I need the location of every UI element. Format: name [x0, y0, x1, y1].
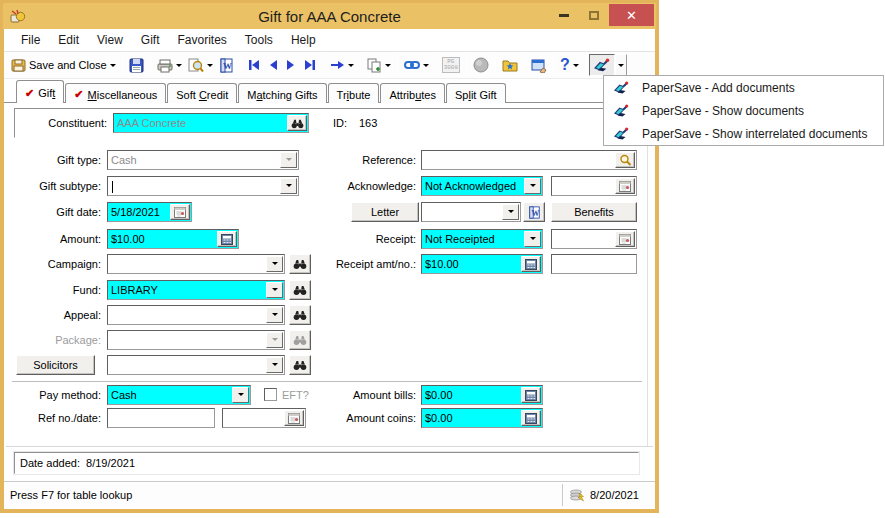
first-record-icon [247, 59, 261, 71]
first-record-button[interactable] [244, 54, 264, 76]
check-icon: ✔ [74, 89, 83, 100]
print-icon [157, 58, 173, 73]
tab-soft-credit[interactable]: Soft Credit [167, 83, 237, 103]
print-button[interactable] [154, 54, 185, 76]
date-added-panel: Date added: 8/19/2021 [14, 452, 639, 474]
preview-button[interactable] [185, 54, 216, 76]
appeal-search-button[interactable] [289, 305, 311, 325]
solicitors-search-button[interactable] [289, 355, 311, 375]
solicitors-button[interactable]: Solicitors [16, 355, 95, 375]
receipt-no-field[interactable] [551, 254, 637, 274]
menu-item-papersave-show-interrelated-documents[interactable]: PaperSave - Show interrelated documents [604, 122, 883, 145]
papersave-dropdown-button[interactable] [615, 54, 627, 76]
toolbar-separator [397, 55, 398, 75]
link-button[interactable] [401, 54, 432, 76]
menu-gift[interactable]: Gift [132, 30, 169, 50]
letter-button[interactable]: Letter [351, 202, 419, 222]
next-record-button[interactable] [282, 54, 300, 76]
tab-attributes[interactable]: Attributes [380, 83, 445, 103]
properties-button[interactable] [528, 54, 550, 76]
toolbar-separator [435, 55, 436, 75]
copy-gift-button[interactable] [364, 54, 394, 76]
export-word-icon: W [219, 58, 234, 73]
minimize-button[interactable] [549, 4, 579, 26]
receipt-select[interactable]: Not Receipted [421, 229, 543, 249]
dropdown-button[interactable] [266, 307, 283, 323]
menu-tools[interactable]: Tools [236, 30, 282, 50]
fund-search-button[interactable] [289, 280, 311, 300]
chevron-down-icon [207, 64, 213, 70]
favorites-button[interactable] [499, 54, 521, 76]
app-icon [9, 8, 26, 25]
chevron-down-icon [272, 338, 278, 344]
constituent-field[interactable]: AAA Concrete [113, 113, 309, 133]
letter-word-button[interactable]: W [523, 202, 545, 222]
chevron-down-icon [176, 64, 182, 70]
globe-icon-disabled [473, 57, 489, 73]
chevron-down-icon [272, 313, 278, 319]
favorites-folder-icon [502, 58, 518, 72]
menu-item-papersave-add-documents[interactable]: PaperSave - Add documents [604, 76, 883, 99]
papersave-button[interactable] [589, 54, 615, 76]
titlebar: Gift for AAA Concrete ✕ [3, 3, 656, 29]
amount-coins-field[interactable]: $0.00 [421, 408, 543, 428]
dropdown-button[interactable] [266, 357, 283, 373]
fund-select[interactable]: LIBRARY [107, 280, 285, 300]
menu-view[interactable]: View [88, 30, 132, 50]
menu-edit[interactable]: Edit [49, 30, 88, 50]
reference-field[interactable] [421, 150, 637, 170]
properties-icon [531, 58, 547, 73]
reference-search-button[interactable] [615, 152, 635, 168]
receipt-date-field[interactable] [551, 229, 637, 249]
tab-tribute[interactable]: Tribute [328, 83, 380, 103]
acknowledge-date-field[interactable] [551, 176, 637, 196]
minimize-icon [559, 14, 569, 17]
menu-help[interactable]: Help [282, 30, 325, 50]
dropdown-button[interactable] [524, 178, 541, 194]
letter-select[interactable] [421, 202, 521, 222]
last-record-button[interactable] [300, 54, 320, 76]
toolbar-separator [240, 55, 241, 75]
appeal-select[interactable] [107, 305, 285, 325]
dropdown-button[interactable] [266, 282, 283, 298]
toolbar-separator [360, 55, 361, 75]
calculator-button[interactable] [521, 256, 541, 272]
export-word-button[interactable]: W [216, 54, 237, 76]
papersave-icon [613, 126, 630, 142]
tab-miscellaneous[interactable]: ✔Miscellaneous [65, 83, 166, 103]
go-to-button[interactable] [327, 54, 357, 76]
calculator-button[interactable] [521, 387, 541, 403]
menu-file[interactable]: File [12, 30, 49, 50]
reference-label: Reference: [330, 150, 416, 170]
chevron-down-icon [618, 64, 624, 70]
save-and-close-button[interactable]: Save and Close [8, 54, 119, 76]
maximize-button[interactable] [579, 4, 609, 26]
chevron-down-icon [508, 210, 514, 216]
tab-matching-gifts[interactable]: Matching Gifts [238, 83, 326, 103]
tab-gift[interactable]: ✔Gift [16, 80, 64, 103]
close-button[interactable]: ✕ [609, 4, 654, 26]
receipt-amt-label: Receipt amt/no.: [330, 254, 416, 274]
dropdown-button[interactable] [502, 204, 519, 220]
chevron-down-icon [530, 184, 536, 190]
calculator-button[interactable] [521, 410, 541, 426]
help-button[interactable]: ? [557, 54, 582, 76]
tab-split-gift[interactable]: Split Gift [446, 83, 506, 103]
constituent-search-button[interactable] [287, 115, 307, 131]
calendar-button[interactable] [615, 178, 635, 194]
package-select-disabled [107, 330, 285, 350]
chevron-down-icon [110, 64, 116, 70]
acknowledge-select[interactable]: Not Acknowledged [421, 176, 543, 196]
receipt-amt-field[interactable]: $10.00 [421, 254, 543, 274]
previous-record-button[interactable] [264, 54, 282, 76]
solicitors-select[interactable] [107, 355, 285, 375]
benefits-button[interactable]: Benefits [551, 202, 637, 222]
save-button[interactable] [126, 54, 147, 76]
save-and-close-icon [11, 58, 26, 73]
dropdown-button[interactable] [524, 231, 541, 247]
calendar-icon [619, 234, 631, 245]
menu-item-papersave-show-documents[interactable]: PaperSave - Show documents [604, 99, 883, 122]
amount-bills-field[interactable]: $0.00 [421, 385, 543, 405]
calendar-button[interactable] [615, 231, 635, 247]
menu-favorites[interactable]: Favorites [169, 30, 236, 50]
